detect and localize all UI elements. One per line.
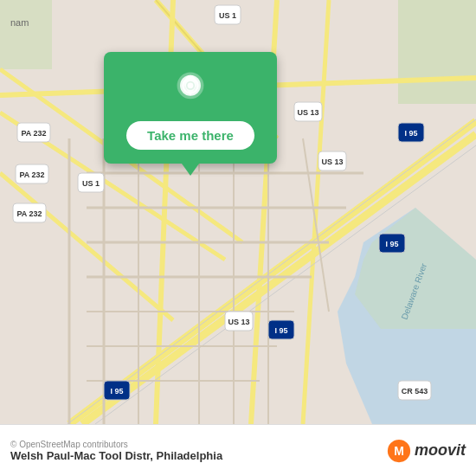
svg-text:US 13: US 13 (297, 108, 318, 117)
map-container: US 1 PA 232 PA 232 PA 232 PA 73 US 1 US … (0, 0, 476, 424)
place-name: Welsh Paul-Mac Tool Distr, Philadelphia (10, 449, 222, 462)
svg-text:nam: nam (10, 17, 29, 28)
svg-text:CR 543: CR 543 (402, 387, 428, 396)
svg-text:US 1: US 1 (219, 11, 236, 20)
svg-text:PA 232: PA 232 (21, 129, 46, 138)
svg-text:I 95: I 95 (404, 129, 417, 138)
svg-text:PA 232: PA 232 (16, 209, 42, 218)
take-me-there-button[interactable]: Take me there (126, 121, 254, 150)
svg-text:M: M (394, 444, 404, 458)
location-pin-icon (170, 69, 211, 111)
svg-rect-2 (398, 0, 476, 104)
svg-text:US 1: US 1 (82, 179, 100, 188)
svg-text:I 95: I 95 (110, 387, 123, 396)
map-attribution: © OpenStreetMap contributors (10, 440, 222, 449)
svg-text:I 95: I 95 (274, 326, 287, 335)
location-card: Take me there (104, 52, 277, 164)
svg-text:PA 232: PA 232 (19, 170, 44, 179)
svg-text:US 13: US 13 (321, 158, 343, 166)
svg-text:US 13: US 13 (228, 318, 249, 326)
moovit-icon: M (387, 439, 411, 463)
card-tail (182, 164, 199, 176)
svg-text:I 95: I 95 (385, 240, 398, 248)
bottom-left-info: © OpenStreetMap contributors Welsh Paul-… (10, 440, 222, 462)
bottom-bar: © OpenStreetMap contributors Welsh Paul-… (0, 424, 476, 476)
svg-rect-3 (0, 0, 52, 69)
svg-point-66 (188, 82, 194, 88)
moovit-label: moovit (415, 441, 466, 460)
moovit-logo: M moovit (387, 439, 466, 463)
